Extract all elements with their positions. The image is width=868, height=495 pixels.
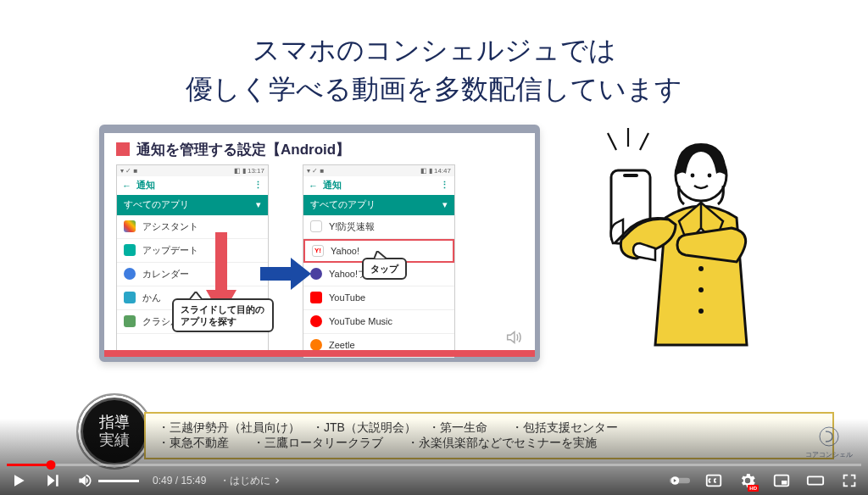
chapter-button[interactable]: ・はじめに [220, 474, 282, 488]
phone-statusbar: ▾ ✓ ■◧ ▮ 13:17 [117, 165, 268, 176]
app-row: アシスタント [117, 215, 268, 239]
slide-body: 通知を管理する設定【Android】 ▾ ✓ ■◧ ▮ 13:17 ←通知 ⋮ … [0, 125, 868, 379]
slide-title: スマホのコンシェルジュでは 優しく学べる動画を多数配信しています [0, 0, 868, 109]
volume-control[interactable] [76, 472, 139, 489]
video-frame: スマホのコンシェルジュでは 優しく学べる動画を多数配信しています 通知を管理する… [0, 0, 868, 495]
next-button[interactable] [42, 470, 63, 491]
phone-tabbar: すべてのアプリ▾ [117, 195, 268, 215]
concierge-illustration [574, 125, 769, 379]
svg-point-15 [698, 287, 704, 292]
captions-button[interactable] [704, 470, 724, 491]
phone-nav: ←通知 ⋮ [117, 176, 268, 195]
miniplayer-button[interactable] [771, 470, 792, 491]
chevron-right-icon [272, 476, 282, 486]
app-row: YouTube Music [303, 310, 454, 334]
tutorial-panel: 通知を管理する設定【Android】 ▾ ✓ ■◧ ▮ 13:17 ←通知 ⋮ … [99, 125, 540, 362]
app-row: アップデート [117, 239, 268, 263]
autoplay-toggle[interactable] [670, 470, 690, 491]
app-row: YouTube [303, 286, 454, 310]
panel-bullet-icon [116, 142, 130, 156]
panel-title: 通知を管理する設定【Android】 [136, 140, 350, 159]
speaker-icon [504, 328, 523, 347]
svg-rect-10 [623, 174, 638, 177]
hd-badge: HD [748, 485, 759, 492]
svg-marker-4 [189, 292, 203, 300]
callout-tail-icon [374, 251, 387, 259]
svg-rect-2 [260, 267, 292, 281]
svg-point-12 [691, 173, 695, 177]
chevron-down-icon: ▾ [256, 199, 261, 210]
branding-logo: コアコンシェル [804, 425, 854, 459]
volume-icon [76, 472, 93, 489]
svg-marker-5 [374, 251, 387, 259]
back-arrow-icon: ← [122, 181, 131, 191]
chevron-down-icon: ▾ [442, 199, 448, 210]
panel-title-row: 通知を管理する設定【Android】 [116, 140, 523, 159]
panel-footer-bar [104, 350, 535, 357]
achievements-line2: ・東急不動産 ・三鷹ロータリークラブ ・永楽倶楽部などでセミナーを実施 [158, 436, 618, 451]
volume-slider[interactable] [98, 480, 139, 482]
fullscreen-button[interactable] [839, 470, 860, 491]
svg-point-17 [820, 427, 838, 446]
callout-slide: スライドして目的のアプリを探す [172, 298, 274, 333]
phone-nav: ←通知 ⋮ [303, 176, 454, 195]
app-row: Y!防災速報 [303, 215, 454, 239]
svg-point-14 [698, 266, 704, 271]
kebab-icon: ⋮ [440, 180, 449, 191]
play-button[interactable] [8, 470, 29, 491]
svg-line-6 [608, 133, 616, 150]
svg-point-16 [698, 309, 704, 314]
phone-statusbar: ▾ ✓ ■◧ ▮ 14:47 [303, 165, 454, 176]
achievements-line1: ・三越伊勢丹（社員向け） ・JTB（大説明会） ・第一生命 ・包括支援センター [158, 420, 618, 436]
time-display: 0:49 / 15:49 [153, 475, 206, 487]
slide-title-line2: 優しく学べる動画を多数配信しています [0, 70, 868, 108]
callout-tail-icon [189, 292, 203, 300]
achievements-bar: ・三越伊勢丹（社員向け） ・JTB（大説明会） ・第一生命 ・包括支援センター … [144, 412, 834, 459]
app-row: カレンダー [117, 263, 268, 286]
settings-button[interactable]: HD [737, 470, 758, 491]
theater-button[interactable] [805, 470, 826, 491]
slide-title-line1: スマホのコンシェルジュでは [0, 31, 868, 70]
callout-tap: タップ [362, 258, 407, 280]
svg-rect-23 [808, 476, 823, 484]
svg-point-13 [708, 173, 712, 177]
svg-marker-3 [291, 258, 311, 290]
phone-tabbar: すべてのアプリ▾ [303, 195, 454, 215]
kebab-icon: ⋮ [253, 180, 263, 191]
arrow-right-icon [260, 258, 311, 290]
svg-line-8 [640, 133, 648, 150]
player-controls: 0:49 / 15:49 ・はじめに HD [0, 466, 868, 495]
svg-rect-22 [782, 481, 787, 485]
back-arrow-icon: ← [309, 181, 318, 191]
achievement-badge: 指導実績 [76, 393, 153, 470]
